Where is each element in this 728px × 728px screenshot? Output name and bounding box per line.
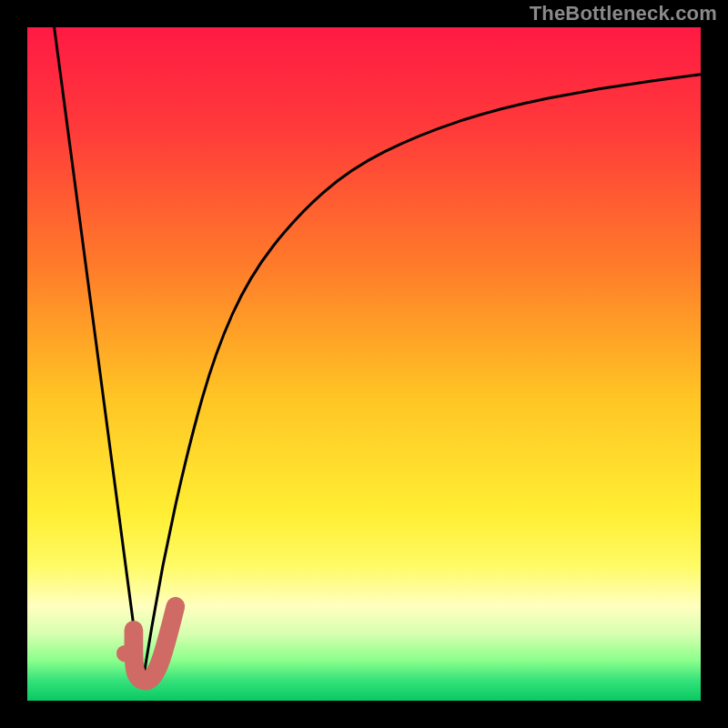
plot-area <box>27 27 701 701</box>
left-branch-curve <box>55 27 142 687</box>
j-dot-marker <box>116 645 134 662</box>
outer-frame: TheBottleneck.com <box>0 0 728 728</box>
curve-layer <box>27 27 701 701</box>
watermark-text: TheBottleneck.com <box>530 2 717 25</box>
right-branch-curve <box>142 75 701 687</box>
